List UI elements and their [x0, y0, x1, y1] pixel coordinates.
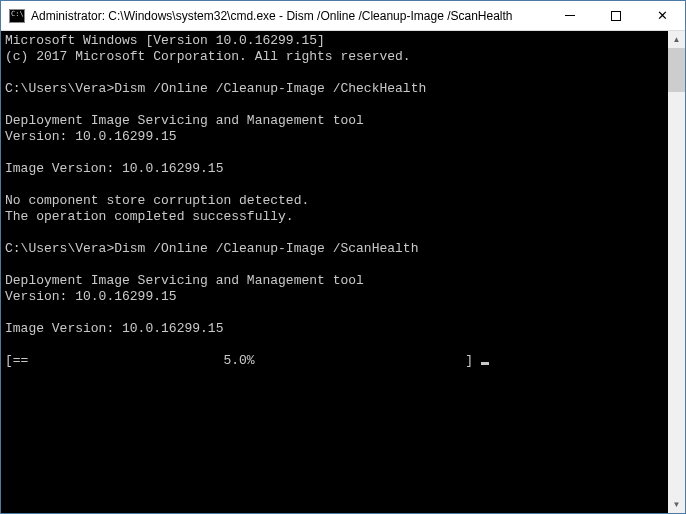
terminal-area: Microsoft Windows [Version 10.0.16299.15…	[1, 31, 685, 513]
terminal-output[interactable]: Microsoft Windows [Version 10.0.16299.15…	[1, 31, 668, 513]
cmd-window: Administrator: C:\Windows\system32\cmd.e…	[0, 0, 686, 514]
minimize-button[interactable]	[547, 1, 593, 30]
scroll-track[interactable]	[668, 48, 685, 496]
maximize-icon	[611, 11, 621, 21]
progress-line: [== 5.0% ]	[5, 353, 481, 368]
scroll-up-button[interactable]: ▲	[668, 31, 685, 48]
scroll-thumb[interactable]	[668, 48, 685, 92]
close-icon: ✕	[657, 8, 668, 23]
maximize-button[interactable]	[593, 1, 639, 30]
cmd-icon	[9, 9, 25, 23]
vertical-scrollbar[interactable]: ▲ ▼	[668, 31, 685, 513]
window-title: Administrator: C:\Windows\system32\cmd.e…	[31, 9, 547, 23]
titlebar[interactable]: Administrator: C:\Windows\system32\cmd.e…	[1, 1, 685, 31]
minimize-icon	[565, 15, 575, 16]
scroll-down-button[interactable]: ▼	[668, 496, 685, 513]
close-button[interactable]: ✕	[639, 1, 685, 30]
window-controls: ✕	[547, 1, 685, 30]
terminal-text: Microsoft Windows [Version 10.0.16299.15…	[5, 33, 426, 336]
cursor	[481, 362, 489, 365]
